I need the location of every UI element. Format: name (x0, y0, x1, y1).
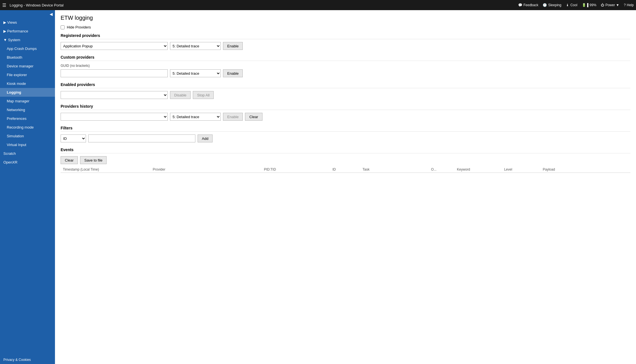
cool-indicator: 🌡 Cool (566, 3, 577, 7)
registered-enable-button[interactable]: Enable (223, 42, 243, 50)
custom-providers-title: Custom providers (61, 55, 630, 61)
sidebar-item-map-manager[interactable]: Map manager (0, 97, 55, 105)
hide-providers-row: Hide Providers (61, 25, 630, 29)
power-icon: ⏻ (601, 3, 604, 7)
help-button[interactable]: ? Help (624, 3, 634, 7)
filter-value-input[interactable] (88, 134, 195, 142)
enabled-providers-section: Enabled providers Disable Stop All (61, 82, 630, 99)
sidebar-item-preferences[interactable]: Preferences (0, 114, 55, 123)
sidebar: ◀ ▶ Views▶ Performance▼ SystemApp Crash … (0, 10, 55, 364)
sidebar-item-scratch[interactable]: Scratch (0, 149, 55, 158)
events-buttons: Clear Save to file (61, 156, 630, 164)
events-title: Events (61, 147, 630, 153)
events-col-task: Task (360, 167, 429, 171)
sidebar-item-recording-mode[interactable]: Recording mode (0, 123, 55, 132)
history-provider-select[interactable] (61, 113, 168, 121)
custom-providers-section: Custom providers GUID (no brackets) 0: L… (61, 55, 630, 77)
events-clear-button[interactable]: Clear (61, 156, 78, 164)
feedback-button[interactable]: 💬 Feedback (518, 3, 538, 7)
custom-providers-controls: 0: Log always1: Critical2: Error3: Warni… (61, 69, 630, 77)
sidebar-item-device-manager[interactable]: Device manager (0, 62, 55, 70)
events-col-provider: Provider (151, 167, 262, 171)
sidebar-item-kiosk-mode[interactable]: Kiosk mode (0, 79, 55, 88)
registered-providers-title: Registered providers (61, 33, 630, 39)
custom-enable-button[interactable]: Enable (223, 69, 243, 77)
custom-provider-level-select[interactable]: 0: Log always1: Critical2: Error3: Warni… (170, 69, 221, 77)
sleep-icon: 🕐 (543, 3, 547, 7)
battery-indicator: 🔋 ▌99% (582, 3, 597, 7)
enabled-providers-title: Enabled providers (61, 82, 630, 88)
history-level-select[interactable]: 0: Log always1: Critical2: Error3: Warni… (170, 113, 221, 121)
sidebar-nav: ▶ Views▶ Performance▼ SystemApp Crash Du… (0, 18, 55, 167)
providers-history-section: Providers history 0: Log always1: Critic… (61, 104, 630, 121)
events-col-o---: O... (429, 167, 455, 171)
sidebar-item-virtual-input[interactable]: Virtual Input (0, 140, 55, 149)
sidebar-item-app-crash-dumps[interactable]: App Crash Dumps (0, 44, 55, 53)
feedback-icon: 💬 (518, 3, 522, 7)
content-area: ETW logging Hide Providers Registered pr… (55, 10, 636, 364)
menu-icon[interactable]: ☰ (2, 3, 6, 8)
events-col-timestamp--local-time-: Timestamp (Local Time) (61, 167, 151, 171)
filter-type-select[interactable]: IDProviderTaskKeywordLevel (61, 134, 86, 142)
privacy-cookies-link[interactable]: Privacy & Cookies (0, 356, 55, 364)
top-actions: 💬 Feedback 🕐 Sleeping 🌡 Cool 🔋 ▌99% ⏻ Po… (518, 3, 634, 7)
power-button[interactable]: ⏻ Power ▼ (601, 3, 619, 7)
enabled-providers-controls: Disable Stop All (61, 91, 630, 99)
guid-input[interactable] (61, 69, 168, 77)
hide-providers-checkbox[interactable] (61, 25, 65, 29)
filters-controls: IDProviderTaskKeywordLevel Add (61, 134, 630, 142)
filters-section: Filters IDProviderTaskKeywordLevel Add (61, 126, 630, 142)
enabled-provider-select[interactable] (61, 91, 168, 99)
disable-button[interactable]: Disable (170, 91, 191, 99)
stop-all-button[interactable]: Stop All (193, 91, 214, 99)
topbar: ☰ Logging - Windows Device Portal 💬 Feed… (0, 0, 636, 10)
hide-providers-label[interactable]: Hide Providers (67, 25, 91, 29)
events-section: Events Clear Save to file Timestamp (Loc… (61, 147, 630, 173)
sidebar-item-bluetooth[interactable]: Bluetooth (0, 53, 55, 62)
page-title: ETW logging (61, 15, 630, 21)
sidebar-item-simulation[interactable]: Simulation (0, 132, 55, 140)
sidebar-group-header[interactable]: ▶ Views (0, 18, 55, 27)
sidebar-collapse-button[interactable]: ◀ (0, 10, 55, 18)
events-col-keyword: Keyword (455, 167, 502, 171)
sidebar-item-logging[interactable]: Logging (0, 88, 55, 97)
sidebar-group-header[interactable]: ▼ System (0, 36, 55, 44)
sidebar-item-file-explorer[interactable]: File explorer (0, 70, 55, 79)
app-title: Logging - Windows Device Portal (10, 3, 518, 7)
registered-providers-controls: Application Popup 0: Log always1: Critic… (61, 42, 630, 50)
providers-history-controls: 0: Log always1: Critical2: Error3: Warni… (61, 113, 630, 121)
history-clear-button[interactable]: Clear (245, 113, 262, 121)
registered-provider-select[interactable]: Application Popup (61, 42, 168, 50)
sidebar-group-header[interactable]: ▶ Performance (0, 27, 55, 36)
registered-providers-section: Registered providers Application Popup 0… (61, 33, 630, 50)
guid-label: GUID (no brackets) (61, 64, 630, 68)
registered-provider-level-select[interactable]: 0: Log always1: Critical2: Error3: Warni… (170, 42, 221, 50)
cool-icon: 🌡 (566, 3, 569, 7)
battery-icon: 🔋 (582, 3, 586, 7)
events-table-header: Timestamp (Local Time)ProviderPID:TIDIDT… (61, 166, 630, 173)
sleeping-indicator: 🕐 Sleeping (543, 3, 561, 7)
events-col-level: Level (502, 167, 540, 171)
help-icon: ? (624, 3, 626, 7)
filters-title: Filters (61, 126, 630, 132)
events-save-button[interactable]: Save to file (80, 156, 107, 164)
providers-history-title: Providers history (61, 104, 630, 110)
events-col-pid-tid: PID:TID (262, 167, 330, 171)
main-layout: ◀ ▶ Views▶ Performance▼ SystemApp Crash … (0, 10, 636, 364)
sidebar-item-openxr[interactable]: OpenXR (0, 158, 55, 167)
events-col-payload: Payload (540, 167, 630, 171)
filter-add-button[interactable]: Add (198, 134, 213, 142)
history-enable-button[interactable]: Enable (223, 113, 243, 121)
events-col-id: ID (330, 167, 360, 171)
sidebar-item-networking[interactable]: Networking (0, 105, 55, 114)
